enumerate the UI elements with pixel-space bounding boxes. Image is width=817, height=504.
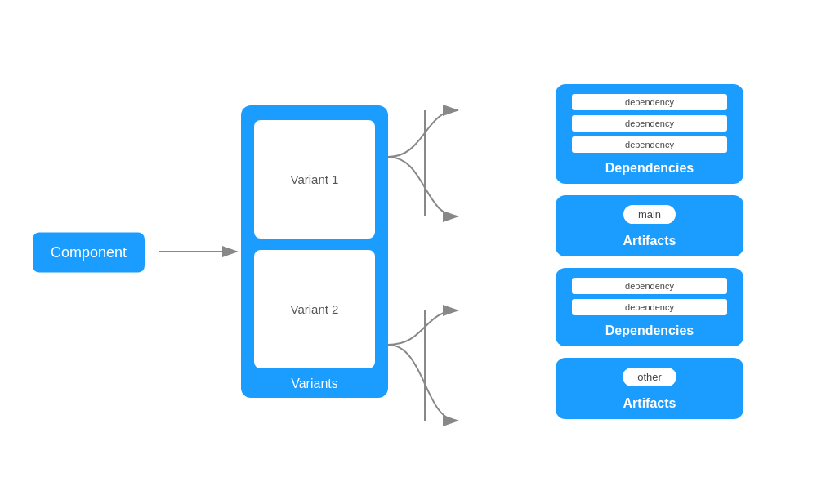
artifacts-top-oval: main [623, 205, 676, 224]
dep-row-2: dependency [572, 115, 727, 132]
dep-row-4: dependency [572, 278, 727, 294]
dep-row-3: dependency [572, 136, 727, 153]
component-box: Component [33, 232, 145, 272]
variants-container: Variant 1 Variant 2 Variants [241, 105, 388, 398]
artifacts-bottom-label: Artifacts [623, 396, 676, 411]
right-boxes: dependency dependency dependency Depende… [556, 84, 743, 419]
dependencies-bottom-label: Dependencies [605, 323, 694, 338]
variant1-box: Variant 1 [254, 120, 375, 239]
dep-row-1: dependency [572, 94, 727, 110]
variant2-label: Variant 2 [291, 302, 339, 316]
dep-row-5: dependency [572, 299, 727, 315]
component-label: Component [51, 243, 127, 260]
diagram-container: Component Variant 1 Variant 2 Variants d… [0, 0, 817, 504]
dependencies-bottom-box: dependency dependency Dependencies [556, 268, 743, 346]
artifacts-top-box: main Artifacts [556, 195, 743, 256]
artifacts-bottom-box: other Artifacts [556, 358, 743, 419]
dependencies-top-label: Dependencies [605, 161, 694, 176]
variant1-label: Variant 1 [291, 172, 339, 186]
variant2-box: Variant 2 [254, 250, 375, 368]
dependencies-top-box: dependency dependency dependency Depende… [556, 84, 743, 184]
artifacts-bottom-oval: other [623, 368, 676, 386]
artifacts-top-label: Artifacts [623, 234, 676, 248]
variants-label: Variants [241, 377, 388, 391]
